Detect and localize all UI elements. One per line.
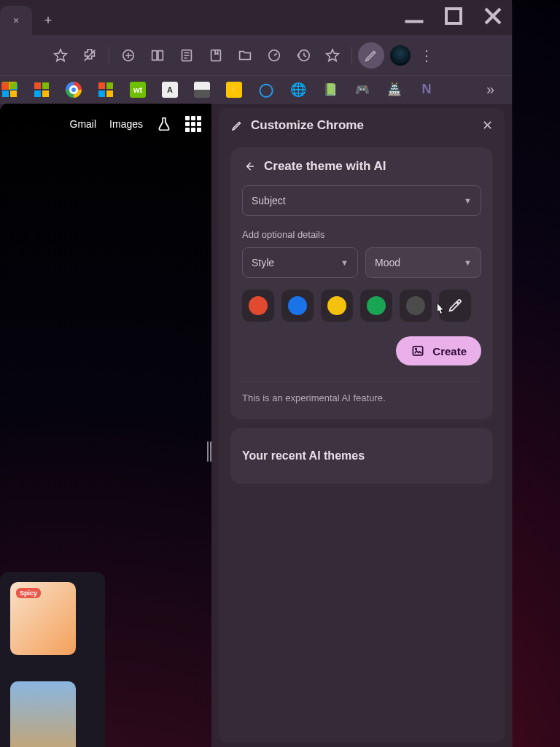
- new-tab-page: Gmail Images Spicy: [0, 104, 211, 747]
- new-tab-button[interactable]: +: [36, 9, 60, 32]
- bookmark-outline-icon[interactable]: [319, 42, 346, 69]
- bookmark-item[interactable]: wt: [130, 82, 146, 98]
- bookmark-item[interactable]: ◯: [258, 82, 274, 98]
- chevron-down-icon: ▼: [341, 258, 349, 267]
- svg-rect-1: [446, 9, 461, 23]
- eyedropper-icon: [447, 298, 463, 314]
- active-tab[interactable]: ×: [0, 6, 32, 35]
- bookmark-item[interactable]: [1, 82, 18, 98]
- bookmark-item[interactable]: 📗: [322, 82, 338, 98]
- subject-dropdown[interactable]: Subject ▼: [242, 185, 481, 216]
- chevron-down-icon: ▼: [464, 196, 472, 205]
- reader-icon[interactable]: [144, 42, 171, 69]
- svg-point-14: [416, 349, 417, 350]
- mood-dropdown[interactable]: Mood ▼: [365, 247, 481, 278]
- color-swatch-gray[interactable]: [400, 290, 432, 322]
- card-heading: Create theme with AI: [242, 159, 481, 174]
- svg-rect-10: [211, 50, 221, 61]
- bookmark-item[interactable]: A: [162, 82, 178, 98]
- color-swatch-yellow[interactable]: [321, 290, 353, 322]
- ntp-gmail-link[interactable]: Gmail: [70, 118, 97, 130]
- bookmarks-overflow-icon[interactable]: »: [486, 81, 494, 98]
- close-tab-icon[interactable]: ×: [10, 12, 22, 29]
- back-arrow-icon[interactable]: [242, 159, 257, 174]
- subject-label: Subject: [252, 195, 286, 206]
- reading-list-icon[interactable]: [174, 42, 200, 69]
- panel-resize-handle[interactable]: [207, 441, 214, 462]
- bookmark-item[interactable]: 🌐: [290, 82, 306, 98]
- create-button[interactable]: Create: [396, 336, 481, 365]
- bookmark-item[interactable]: [66, 82, 82, 98]
- create-button-label: Create: [432, 345, 467, 357]
- toolbar-divider: [351, 47, 352, 64]
- panel-close-icon[interactable]: ✕: [482, 117, 493, 133]
- recent-themes-card: Your recent AI themes: [230, 428, 493, 484]
- ntp-shortcuts-card: Spicy: [0, 572, 105, 747]
- files-icon[interactable]: [232, 42, 258, 69]
- style-label: Style: [252, 257, 274, 268]
- toolbar-divider: [109, 47, 109, 64]
- color-swatches: [242, 290, 481, 322]
- notes-icon[interactable]: [203, 42, 229, 69]
- window-maximize-button[interactable]: [439, 4, 468, 28]
- ai-disclaimer: This is an experimental AI feature.: [242, 392, 481, 403]
- color-picker-button[interactable]: [439, 290, 471, 322]
- ntp-shortcut[interactable]: Spicy: [10, 582, 76, 655]
- bookmark-item[interactable]: N: [419, 82, 435, 98]
- bookmark-item[interactable]: [98, 82, 114, 98]
- pencil-icon: [230, 119, 244, 132]
- card-divider: [242, 382, 481, 382]
- recent-themes-title: Your recent AI themes: [242, 449, 365, 462]
- bookmark-item[interactable]: ⚡: [226, 82, 242, 98]
- extensions-icon[interactable]: [77, 42, 103, 69]
- window-close-button[interactable]: [478, 4, 508, 28]
- ntp-shortcut[interactable]: [10, 681, 76, 747]
- color-swatch-green[interactable]: [360, 290, 392, 322]
- ntp-images-link[interactable]: Images: [109, 118, 143, 130]
- style-dropdown[interactable]: Style ▼: [242, 247, 358, 278]
- color-swatch-red[interactable]: [242, 290, 274, 322]
- google-icon[interactable]: [115, 42, 141, 69]
- svg-rect-13: [413, 347, 423, 355]
- performance-icon[interactable]: [261, 42, 287, 69]
- bookmark-item[interactable]: 🎮: [354, 82, 370, 98]
- google-apps-icon[interactable]: [185, 116, 201, 132]
- ntp-top-bar: Gmail Images: [0, 104, 211, 144]
- chrome-menu-icon[interactable]: ⋮: [416, 47, 437, 64]
- panel-header: Customize Chrome ✕: [219, 108, 505, 143]
- customize-side-panel: Customize Chrome ✕ Create theme with AI …: [219, 108, 505, 743]
- bookmarks-bar: wt A ⚡ ◯ 🌐 📗 🎮 🏯 N »: [0, 76, 512, 104]
- bookmark-item[interactable]: [194, 82, 210, 98]
- labs-flask-icon[interactable]: [156, 116, 172, 132]
- image-sparkle-icon: [411, 344, 425, 358]
- window-controls: [400, 4, 508, 28]
- history-icon[interactable]: [290, 42, 316, 69]
- panel-title: Customize Chrome: [251, 118, 475, 133]
- bookmark-item[interactable]: 🏯: [386, 82, 402, 98]
- bookmark-star-icon[interactable]: [47, 42, 74, 69]
- customize-pencil-icon[interactable]: [358, 42, 384, 69]
- color-swatch-blue[interactable]: [281, 290, 314, 322]
- browser-window: × +: [0, 0, 512, 747]
- create-theme-card: Create theme with AI Subject ▼ Add optio…: [230, 147, 493, 419]
- bookmark-item[interactable]: [34, 82, 50, 98]
- mood-label: Mood: [375, 257, 400, 268]
- chevron-down-icon: ▼: [464, 258, 472, 267]
- optional-details-label: Add optional details: [242, 229, 481, 240]
- window-minimize-button[interactable]: [400, 4, 429, 28]
- create-theme-title: Create theme with AI: [264, 159, 386, 174]
- profile-avatar[interactable]: [390, 45, 411, 66]
- address-toolbar: ⋮: [0, 35, 512, 76]
